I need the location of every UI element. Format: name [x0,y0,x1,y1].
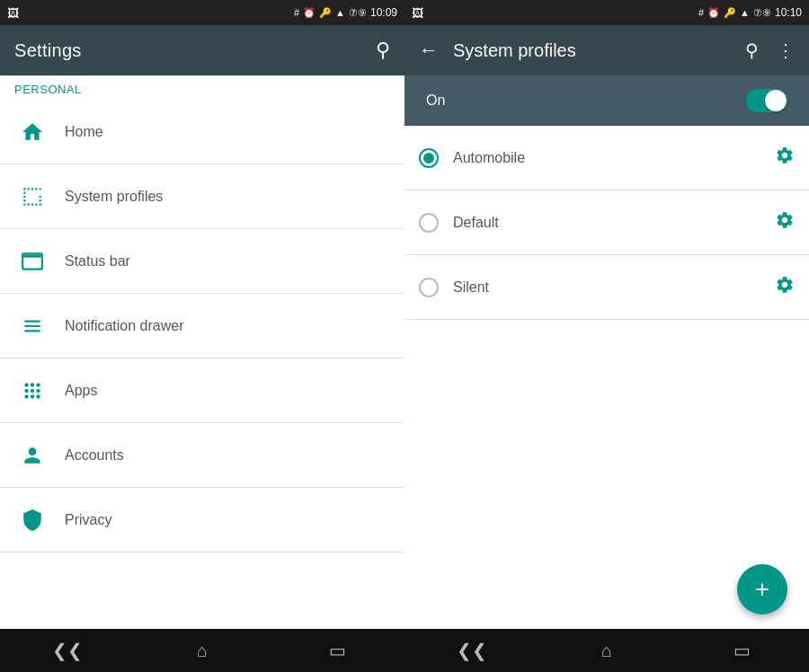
right-signal-icon: ▲ [740,7,750,18]
menu-item-privacy[interactable]: Privacy [0,488,404,553]
hash-icon: # [294,7,299,18]
right-battery-icon: ⑦⑨ [753,7,771,19]
status-bar-right: 🖼 # ⏰ 🔑 ▲ ⑦⑨ 10:10 [404,0,809,25]
left-nav-bar: ❮❮ ⌂ ▭ [0,629,404,672]
right-status-icon: 🖼 [412,6,423,20]
right-hash-icon: # [698,7,704,18]
menu-item-status-bar[interactable]: Status bar [0,229,404,294]
status-bar-icon [14,250,50,273]
accounts-icon [14,444,50,467]
menu-item-apps[interactable]: Apps [0,358,404,423]
menu-item-privacy-label: Privacy [65,512,111,528]
right-alarm-icon: ⏰ [707,7,720,19]
menu-item-apps-label: Apps [65,383,97,399]
settings-header: Settings ⚲ [0,25,404,75]
alarm-icon: ⏰ [303,7,316,19]
on-toggle-switch[interactable] [746,89,787,112]
menu-item-notification-drawer[interactable]: Notification drawer [0,294,404,358]
apps-icon [14,379,50,402]
left-home-button[interactable]: ⌂ [175,629,229,672]
right-home-button[interactable]: ⌂ [580,629,634,672]
home-icon [14,120,50,144]
radio-default[interactable] [419,213,439,233]
left-status-icons: # ⏰ 🔑 ▲ ⑦⑨ 10:09 [294,6,397,19]
toggle-thumb [765,90,787,111]
menu-item-home[interactable]: Home [0,100,404,164]
status-bar-left: 🖼 # ⏰ 🔑 ▲ ⑦⑨ 10:09 [0,0,404,25]
radio-silent[interactable] [419,278,439,297]
privacy-icon [14,508,50,532]
menu-item-home-label: Home [65,124,103,140]
radio-automobile[interactable] [419,148,439,168]
header-action-icons: ⚲ ⋮ [738,32,802,68]
right-status-icons: # ⏰ 🔑 ▲ ⑦⑨ 10:10 [698,6,802,19]
profile-default-label: Default [453,215,775,231]
radio-automobile-inner [423,153,434,164]
profile-item-silent[interactable]: Silent [404,255,809,320]
toggle-bar: On [404,75,809,126]
left-back-button[interactable]: ❮❮ [40,629,94,672]
profile-header-title: System profiles [453,40,731,61]
silent-settings-icon[interactable] [775,275,795,300]
profile-list: Automobile Default Silent [404,126,809,629]
menu-item-status-bar-label: Status bar [65,253,130,270]
battery-icon: ⑦⑨ [349,7,367,19]
right-recent-button[interactable]: ▭ [715,629,769,672]
right-back-button[interactable]: ❮❮ [445,629,499,672]
profile-automobile-label: Automobile [453,150,775,166]
menu-item-accounts[interactable]: Accounts [0,423,404,488]
left-status-icon: 🖼 [7,6,19,20]
menu-item-system-profiles-label: System profiles [65,189,163,205]
menu-item-system-profiles[interactable]: System profiles [0,164,404,229]
personal-section-label: Personal [0,75,404,100]
menu-item-accounts-label: Accounts [65,447,124,464]
profile-item-automobile[interactable]: Automobile [404,126,809,190]
toggle-label: On [426,93,445,109]
right-key-icon: 🔑 [724,7,736,19]
menu-list: Home System profiles Status bar Notifica… [0,100,404,629]
system-profiles-icon [14,185,50,208]
profile-header: ← System profiles ⚲ ⋮ [404,25,809,75]
default-settings-icon[interactable] [775,210,795,235]
right-panel: 🖼 # ⏰ 🔑 ▲ ⑦⑨ 10:10 ← System profiles ⚲ ⋮… [404,0,809,672]
menu-item-notification-drawer-label: Notification drawer [65,318,184,334]
more-options-icon[interactable]: ⋮ [769,32,802,68]
profile-silent-label: Silent [453,279,775,296]
notification-drawer-icon [14,314,50,338]
back-button[interactable]: ← [412,31,446,69]
settings-title: Settings [14,40,82,61]
profile-item-default[interactable]: Default [404,190,809,255]
right-nav-bar: ❮❮ ⌂ ▭ [404,629,809,672]
signal-icon: ▲ [335,7,345,18]
add-profile-fab[interactable]: + [737,564,787,615]
left-panel: 🖼 # ⏰ 🔑 ▲ ⑦⑨ 10:09 Settings ⚲ Personal H… [0,0,404,672]
right-time: 10:10 [775,6,802,19]
key-icon: 🔑 [319,7,332,19]
add-icon: + [755,575,769,604]
search-icon-right[interactable]: ⚲ [738,32,766,68]
left-time: 10:09 [370,6,397,19]
automobile-settings-icon[interactable] [775,146,795,171]
left-recent-button[interactable]: ▭ [310,629,364,672]
search-icon[interactable]: ⚲ [376,39,390,62]
